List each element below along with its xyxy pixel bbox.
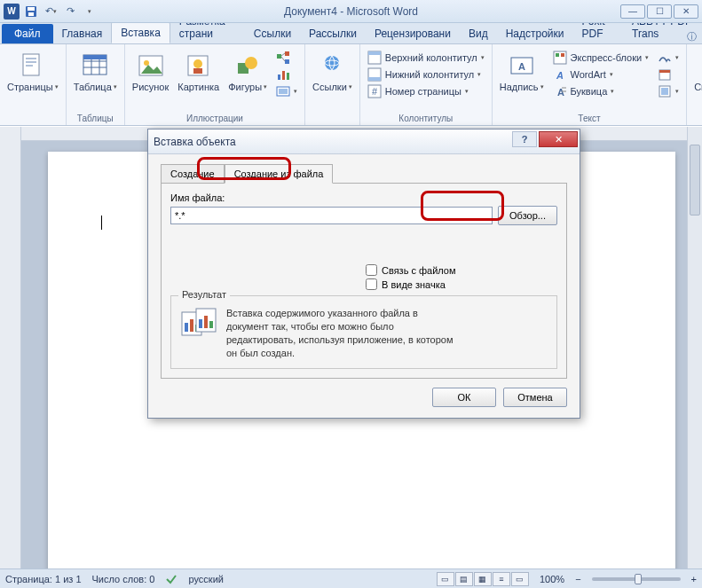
minimize-button[interactable]: — [620,4,645,19]
tab-mailings[interactable]: Рассылки [300,24,366,43]
footer-label: Нижний колонтитул [385,69,474,80]
status-page[interactable]: Страница: 1 из 1 [5,574,82,584]
tab-insert[interactable]: Вставка [111,22,170,43]
view-outline[interactable]: ≡ [493,572,510,586]
links-button[interactable]: Ссылки▾ [311,50,354,94]
tab-view[interactable]: Вид [460,24,497,43]
zoom-level[interactable]: 100% [540,574,564,584]
shapes-label: Фигуры [228,82,262,92]
tab-create-from-file[interactable]: Создание из файла [225,164,334,184]
header-button[interactable]: Верхний колонтитул ▾ [366,50,486,66]
svg-point-14 [144,60,149,66]
clipart-button[interactable]: Картинка [176,50,221,94]
svg-rect-59 [209,321,213,328]
textbox-button[interactable]: A Надпись▾ [498,50,546,94]
status-bar: Страница: 1 из 1 Число слов: 0 русский ▭… [0,568,702,588]
qat-customize-icon[interactable]: ▾ [82,4,98,20]
datetime-icon [658,67,672,82]
result-title: Результат [178,289,230,300]
group-headerfooter-label: Колонтитулы [366,112,486,125]
group-illustrations-label: Иллюстрации [130,112,299,125]
svg-rect-33 [368,51,381,55]
group-symbols-label [692,112,702,125]
view-fullscreen[interactable]: ▤ [455,572,473,586]
zoom-in-button[interactable]: + [691,574,697,584]
status-proofing-icon[interactable] [165,573,177,585]
pagenum-button[interactable]: #Номер страницы ▾ [366,83,486,99]
save-icon[interactable] [23,4,39,20]
svg-rect-57 [199,319,202,328]
redo-icon[interactable]: ↷ [62,4,78,20]
vertical-scrollbar[interactable] [687,127,702,568]
browse-button[interactable]: Обзор... [498,206,557,225]
zoom-slider[interactable] [592,577,681,581]
tab-home[interactable]: Главная [53,24,112,43]
dropcap-button[interactable]: AБуквица ▾ [551,83,651,99]
tab-file[interactable]: Файл [2,24,53,43]
svg-rect-54 [190,319,193,332]
picture-button[interactable]: Рисунок [130,50,171,94]
datetime-button[interactable] [656,67,681,82]
textbox-icon: A [508,51,536,80]
zoom-out-button[interactable]: − [575,574,580,584]
status-language[interactable]: русский [188,574,223,584]
quickparts-label: Экспресс-блоки [571,52,643,63]
view-draft[interactable]: ▭ [511,572,529,586]
link-checkbox-input[interactable] [366,264,377,276]
smartart-button[interactable] [274,50,299,66]
table-icon [81,51,109,80]
object-button[interactable]: ▾ [656,83,681,99]
svg-rect-2 [28,12,34,16]
tab-review[interactable]: Рецензировани [366,24,460,43]
undo-icon[interactable]: ↶▾ [43,4,59,20]
cancel-button[interactable]: Отмена [503,388,567,407]
wordart-button[interactable]: AWordArt ▾ [551,67,651,82]
chart-icon [276,67,290,82]
tab-references[interactable]: Ссылки [245,24,300,43]
svg-point-16 [193,59,202,68]
screenshot-icon [276,84,290,98]
ribbon: Страницы▾ Таблица▾ Таблицы Рисунок Карти… [0,44,702,126]
tab-create-new[interactable]: Создание [161,164,225,184]
group-text: A Надпись▾ Экспресс-блоки ▾ AWordArt ▾ A… [493,44,687,125]
filename-input[interactable] [170,207,493,224]
header-label: Верхний колонтитул [385,52,477,63]
close-button[interactable]: ✕ [674,4,698,19]
view-print-layout[interactable]: ▭ [437,572,454,586]
maximize-button[interactable]: ☐ [647,4,672,19]
dialog-tabs: Создание Создание из файла [161,163,567,183]
svg-rect-35 [368,77,381,81]
insert-object-dialog: Вставка объекта ? ✕ Создание Создание из… [147,129,580,419]
dialog-titlebar[interactable]: Вставка объекта ? ✕ [148,129,580,154]
vertical-ruler[interactable] [0,127,21,568]
zoom-slider-thumb[interactable] [635,574,642,584]
chart-button[interactable] [274,67,299,82]
symbols-button[interactable]: Ω Символы▾ [692,50,702,94]
pages-button[interactable]: Страницы▾ [5,50,60,94]
shapes-button[interactable]: Фигуры▾ [226,50,269,94]
scrollbar-thumb[interactable] [690,145,700,216]
window-controls: — ☐ ✕ [620,4,698,19]
ribbon-help-icon[interactable]: ⓘ [687,30,697,43]
table-button[interactable]: Таблица▾ [72,50,119,94]
screenshot-button[interactable]: ▾ [274,83,299,99]
footer-button[interactable]: Нижний колонтитул ▾ [366,67,486,82]
icon-checkbox-input[interactable] [366,278,377,290]
dialog-help-button[interactable]: ? [512,131,537,147]
ok-button[interactable]: ОК [432,388,496,407]
pagenum-icon: # [367,84,382,98]
group-pages: Страницы▾ [0,44,67,125]
icon-checkbox[interactable]: В виде значка [366,278,557,290]
svg-rect-20 [277,54,281,59]
status-words[interactable]: Число слов: 0 [92,574,155,584]
quickparts-button[interactable]: Экспресс-блоки ▾ [551,50,651,66]
group-symbols: Ω Символы▾ [687,44,702,125]
tab-addins[interactable]: Надстройки [497,24,573,43]
link-checkbox[interactable]: Связь с файлом [366,264,557,276]
signature-button[interactable]: ▾ [656,50,681,66]
svg-rect-48 [659,70,670,73]
dialog-close-button[interactable]: ✕ [539,131,578,147]
group-illustrations: Рисунок Картинка Фигуры▾ ▾ Иллюстрации [125,44,305,125]
view-web[interactable]: ▦ [474,572,492,586]
svg-rect-29 [279,89,288,94]
